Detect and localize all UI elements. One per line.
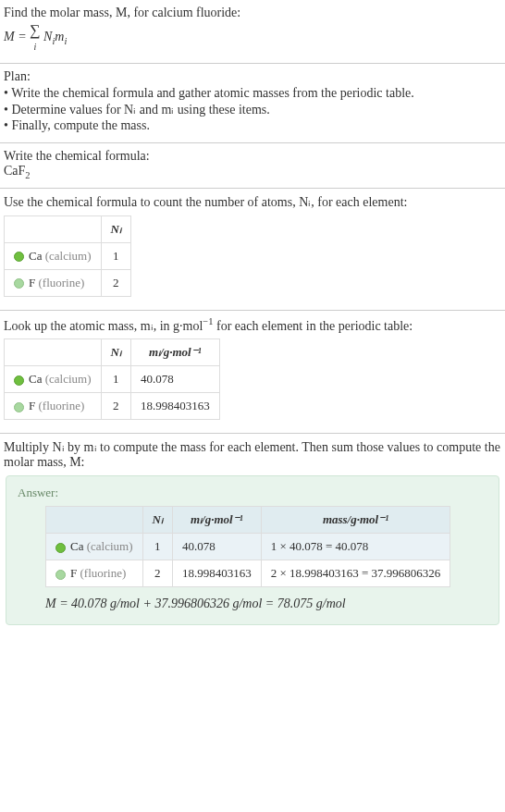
element-dot-icon	[14, 278, 24, 289]
ni-value: 2	[101, 269, 130, 296]
molar-mass-formula: M = ∑ i Nimi	[4, 22, 501, 54]
element-name: (calcium)	[45, 249, 92, 263]
ni-value: 2	[101, 393, 130, 420]
mass-value: 1 × 40.078 = 40.078	[261, 534, 450, 560]
table-header-ni: Nᵢ	[101, 215, 130, 242]
table-row: F (fluorine) 2 18.998403163	[5, 393, 220, 420]
plan-item: • Determine values for Nᵢ and mᵢ using t…	[4, 102, 501, 117]
final-result: M = 40.078 g/mol + 37.996806326 g/mol = …	[45, 597, 487, 611]
chemical-formula: CaF2	[4, 164, 501, 180]
element-name: (fluorine)	[38, 399, 84, 412]
table-header-mi: mᵢ/g·mol⁻¹	[130, 339, 219, 366]
answer-box: Answer: Nᵢ mᵢ/g·mol⁻¹ mass/g·mol⁻¹ Ca (c…	[6, 475, 499, 625]
element-dot-icon	[55, 570, 66, 580]
table-row: F (fluorine) 2	[5, 269, 131, 296]
element-dot-icon	[55, 543, 66, 553]
mi-value: 18.998403163	[172, 560, 261, 587]
lookup-text-a: Look up the atomic mass, mᵢ, in g·mol	[4, 318, 203, 332]
chemical-formula-section: Write the chemical formula: CaF2	[0, 143, 505, 189]
ni-value: 1	[101, 242, 130, 269]
table-header-empty	[5, 339, 102, 366]
element-dot-icon	[14, 402, 24, 412]
answer-table: Nᵢ mᵢ/g·mol⁻¹ mass/g·mol⁻¹ Ca (calcium) …	[45, 506, 450, 587]
ni-value: 2	[142, 560, 172, 587]
table-row: Ca (calcium) 1	[5, 242, 131, 269]
element-name: (calcium)	[45, 372, 92, 386]
intro-section: Find the molar mass, M, for calcium fluo…	[0, 0, 505, 64]
answer-label: Answer:	[18, 486, 487, 500]
atomic-mass-table: Nᵢ mᵢ/g·mol⁻¹ Ca (calcium) 1 40.078 F (f…	[4, 338, 220, 420]
page-title: Find the molar mass, M, for calcium fluo…	[4, 6, 501, 20]
table-header-mass: mass/g·mol⁻¹	[261, 507, 450, 534]
ni-value: 1	[142, 534, 172, 560]
mi-value: 40.078	[130, 366, 219, 393]
element-name: (fluorine)	[80, 566, 126, 580]
chemical-formula-label: Write the chemical formula:	[4, 149, 501, 164]
lookup-mass-section: Look up the atomic mass, mᵢ, in g·mol−1 …	[0, 311, 505, 435]
compute-section: Multiply Nᵢ by mᵢ to compute the mass fo…	[0, 434, 505, 638]
mass-value: 2 × 18.998403163 = 37.996806326	[261, 560, 450, 587]
chemical-formula-main: CaF	[4, 164, 25, 178]
plan-label: Plan:	[4, 69, 501, 84]
element-dot-icon	[14, 375, 24, 386]
element-symbol: Ca	[29, 372, 42, 386]
lookup-text-b: for each element in the periodic table:	[213, 318, 413, 332]
element-symbol: Ca	[29, 249, 42, 263]
table-row: Ca (calcium) 1 40.078	[5, 366, 220, 393]
element-symbol: Ca	[70, 539, 83, 553]
element-name: (fluorine)	[38, 276, 84, 289]
plan-section: Plan: • Write the chemical formula and g…	[0, 64, 505, 143]
count-atoms-section: Use the chemical formula to count the nu…	[0, 189, 505, 311]
element-dot-icon	[14, 252, 24, 262]
table-row: F (fluorine) 2 18.998403163 2 × 18.99840…	[46, 560, 450, 587]
mi-value: 18.998403163	[130, 393, 219, 420]
formula-text: M	[4, 30, 15, 43]
element-symbol: F	[70, 566, 77, 580]
plan-list: • Write the chemical formula and gather …	[4, 86, 501, 133]
table-header-mi: mᵢ/g·mol⁻¹	[172, 507, 261, 534]
count-atoms-label: Use the chemical formula to count the nu…	[4, 194, 501, 210]
table-header-ni: Nᵢ	[101, 339, 130, 366]
plan-item: • Write the chemical formula and gather …	[4, 86, 501, 101]
ni-value: 1	[101, 366, 130, 393]
table-header-ni: Nᵢ	[142, 507, 172, 534]
chemical-formula-subscript: 2	[25, 170, 30, 180]
lookup-mass-label: Look up the atomic mass, mᵢ, in g·mol−1 …	[4, 316, 501, 334]
lookup-text-sup: −1	[203, 316, 213, 326]
atoms-count-table: Nᵢ Ca (calcium) 1 F (fluorine) 2	[4, 215, 131, 297]
table-header-empty	[5, 215, 102, 242]
element-symbol: F	[29, 399, 35, 412]
table-row: Ca (calcium) 1 40.078 1 × 40.078 = 40.07…	[46, 534, 450, 560]
element-symbol: F	[29, 276, 35, 289]
table-header-empty	[46, 507, 143, 534]
multiply-label: Multiply Nᵢ by mᵢ to compute the mass fo…	[4, 439, 501, 470]
element-name: (calcium)	[87, 539, 133, 553]
plan-item: • Finally, compute the mass.	[4, 118, 501, 133]
mi-value: 40.078	[172, 534, 261, 560]
